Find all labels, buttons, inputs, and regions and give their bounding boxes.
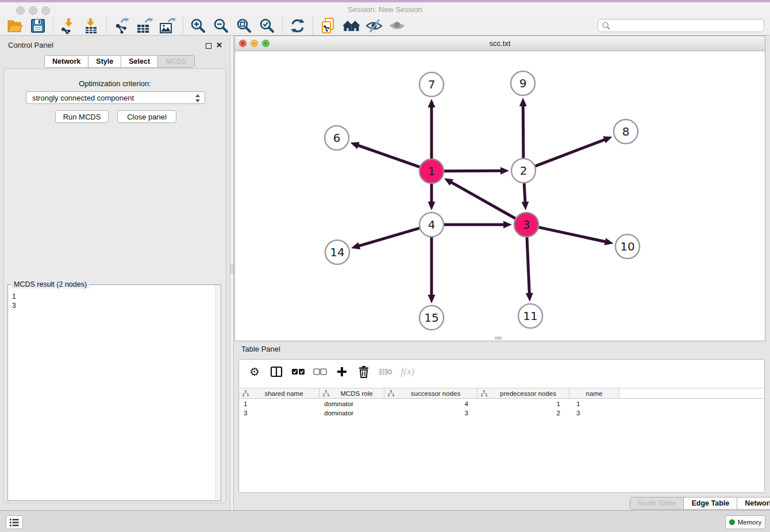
- graph-node-label: 8: [622, 125, 630, 138]
- graph-edge-arrowhead: [428, 99, 436, 107]
- graph-edge-3-11[interactable]: [527, 237, 529, 294]
- task-history-button[interactable]: [6, 515, 23, 529]
- first-neighbors-icon[interactable]: [341, 17, 361, 35]
- table-cell[interactable]: 3: [239, 408, 319, 418]
- graph-edge-arrowhead: [526, 293, 533, 302]
- graph-edge-3-1[interactable]: [451, 182, 515, 219]
- table-cell[interactable]: 1: [239, 399, 319, 408]
- toolbar-divider: [106, 18, 107, 34]
- table-row[interactable]: 3dominator323: [239, 408, 764, 418]
- zoom-fit-icon[interactable]: [234, 17, 254, 35]
- search-input[interactable]: [598, 19, 764, 32]
- mcds-result-line: 3: [12, 301, 16, 310]
- column-type-icon: [388, 390, 394, 396]
- table-panel-title: Table Panel: [241, 345, 280, 353]
- show-columns-icon[interactable]: [268, 363, 285, 380]
- show-details-icon[interactable]: [387, 17, 407, 35]
- toolbar-divider: [53, 18, 53, 34]
- column-header-name[interactable]: name: [569, 388, 619, 398]
- table-row[interactable]: 1dominator411: [239, 399, 764, 408]
- close-panel-button[interactable]: Close panel: [117, 110, 176, 123]
- dropdown-stepper-icon: [195, 94, 201, 103]
- open-session-icon[interactable]: [5, 17, 25, 35]
- graph-node-label: 6: [333, 131, 341, 145]
- criterion-dropdown[interactable]: strongly connected component: [26, 91, 205, 104]
- table-cell[interactable]: dominator: [319, 408, 384, 418]
- network-window-title: scc.txt: [235, 39, 765, 48]
- network-window-titlebar[interactable]: ✕ − + scc.txt: [235, 36, 765, 51]
- column-header-successor-nodes[interactable]: successor nodes: [384, 388, 478, 398]
- graph-node-label: 3: [523, 218, 530, 232]
- panel-splitter[interactable]: [230, 36, 234, 510]
- table-toolbar: ⚙ f(x): [239, 360, 764, 384]
- table-cell[interactable]: 3: [569, 408, 619, 418]
- table-cell[interactable]: 4: [384, 399, 478, 408]
- table-panel: Table Panel ✕ ⚙ f(x) share: [234, 341, 770, 510]
- column-header-shared-name[interactable]: shared name: [239, 388, 319, 398]
- delete-row-icon[interactable]: [355, 363, 372, 380]
- canvas-scrollbar-thumb[interactable]: [495, 337, 502, 340]
- refresh-view-icon[interactable]: [288, 17, 307, 35]
- tab-network[interactable]: Network: [45, 56, 88, 67]
- tab-style[interactable]: Style: [88, 56, 121, 67]
- import-table-icon[interactable]: [82, 17, 101, 35]
- graph-edge-2-9[interactable]: [523, 105, 523, 158]
- tab-edge-table[interactable]: Edge Table: [684, 498, 737, 509]
- export-table-icon[interactable]: [135, 17, 155, 35]
- control-panel-float-icon[interactable]: [206, 43, 211, 49]
- app-title: Session: New Session: [0, 5, 770, 14]
- tab-mcds[interactable]: MCDS: [158, 56, 194, 67]
- graph-edge-1-6[interactable]: [357, 145, 419, 167]
- select-all-icon[interactable]: [290, 363, 307, 380]
- export-network-icon[interactable]: [112, 17, 132, 35]
- table-cell[interactable]: 3: [384, 408, 478, 418]
- table-cell[interactable]: 1: [569, 399, 619, 408]
- run-mcds-button[interactable]: Run MCDS: [55, 110, 109, 123]
- graph-node-label: 2: [520, 164, 528, 178]
- hide-details-icon[interactable]: [364, 17, 384, 35]
- graph-edge-2-8[interactable]: [536, 140, 606, 167]
- import-network-icon[interactable]: [59, 17, 78, 35]
- tab-node-table[interactable]: Node Table: [630, 498, 684, 509]
- node-table-container: ⚙ f(x) shared nameMCDS rolesuccessor nod…: [238, 359, 765, 493]
- apply-function-icon: f(x): [399, 363, 416, 380]
- graph-edge-4-14[interactable]: [358, 228, 419, 246]
- graph-node-label: 15: [424, 311, 438, 325]
- table-header-row: shared nameMCDS rolesuccessor nodesprede…: [239, 388, 764, 399]
- column-header-MCDS-role[interactable]: MCDS role: [319, 388, 384, 398]
- network-canvas[interactable]: 7968124314101511: [235, 51, 765, 341]
- table-cell[interactable]: dominator: [319, 399, 384, 408]
- graph-edge-arrowhead: [428, 295, 436, 303]
- graph-edge-arrowhead: [503, 221, 512, 229]
- add-row-icon[interactable]: [333, 363, 351, 380]
- tab-select[interactable]: Select: [121, 56, 158, 67]
- control-panel-tabs: NetworkStyleSelectMCDS: [44, 55, 195, 68]
- network-view-window: ✕ − + scc.txt 7968124314101511: [234, 36, 765, 341]
- graph-edge-3-10[interactable]: [539, 228, 606, 242]
- zoom-selected-icon[interactable]: [257, 17, 277, 35]
- export-image-icon[interactable]: [158, 17, 178, 35]
- column-type-icon: [323, 390, 329, 396]
- save-session-icon[interactable]: [28, 17, 48, 35]
- table-cell[interactable]: 2: [478, 408, 569, 418]
- unselect-all-icon[interactable]: [311, 363, 329, 380]
- memory-button[interactable]: Memory: [725, 515, 765, 529]
- graph-edge-arrowhead: [351, 242, 360, 249]
- control-panel-title: Control Panel: [8, 41, 53, 49]
- status-bar: Memory: [0, 510, 770, 532]
- duplicate-network-icon[interactable]: [318, 17, 338, 35]
- splitter-handle[interactable]: [230, 264, 233, 273]
- graph-edge-arrowhead: [605, 238, 614, 245]
- column-header-predecessor-nodes[interactable]: predecessor nodes: [478, 388, 569, 398]
- table-cell[interactable]: 1: [478, 399, 569, 408]
- tab-network-table[interactable]: Network Table: [737, 498, 770, 509]
- mcds-result-scrollbar[interactable]: [215, 286, 220, 500]
- control-panel-close-icon[interactable]: ✕: [216, 41, 222, 49]
- zoom-in-icon[interactable]: [188, 17, 208, 35]
- zoom-out-icon[interactable]: [211, 17, 231, 35]
- mcds-result-title: MCDS result (2 nodes): [11, 280, 89, 288]
- graph-edge-2-3[interactable]: [524, 183, 525, 203]
- graph-edge-1-2[interactable]: [444, 171, 502, 171]
- table-settings-icon[interactable]: ⚙: [246, 363, 263, 380]
- column-type-icon: [481, 390, 487, 396]
